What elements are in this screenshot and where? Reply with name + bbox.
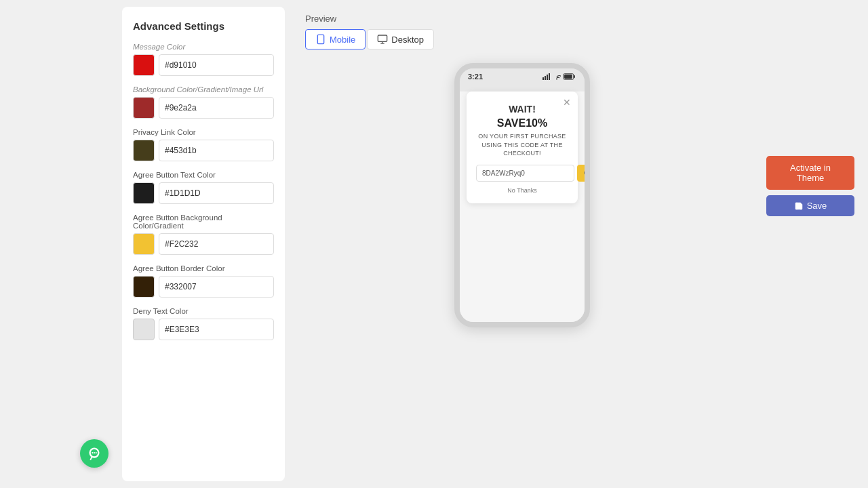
left-sidebar: [0, 0, 115, 488]
save-button[interactable]: Save: [766, 195, 854, 216]
color-field-message-color: Message Color: [133, 43, 274, 76]
popup-title: WAIT!: [476, 104, 568, 115]
desktop-icon: [377, 34, 388, 45]
color-text-3[interactable]: [159, 182, 274, 204]
color-swatch-4[interactable]: [133, 233, 155, 255]
wifi-icon: [553, 73, 561, 80]
preview-tabs: Mobile Desktop: [305, 29, 739, 49]
preview-panel: Preview Mobile Desktop: [292, 7, 753, 481]
settings-panel: Advanced Settings Message Color Backgrou…: [122, 7, 285, 481]
popup-modal: ✕ WAIT! SAVE10% ON YOUR FIRST PURCHASEUS…: [467, 92, 578, 203]
color-input-row-0: [133, 54, 274, 76]
popup-subtitle: ON YOUR FIRST PURCHASEUSING THIS CODE AT…: [476, 132, 568, 158]
color-field-agree-border: Agree Button Border Color: [133, 264, 274, 298]
color-text-6[interactable]: [159, 319, 274, 340]
right-sidebar: Activate in Theme Save: [753, 0, 868, 488]
settings-title: Advanced Settings: [133, 20, 274, 32]
field-label-agree-text: Agree Button Text Color: [133, 171, 274, 179]
save-disk-icon: [794, 201, 804, 211]
color-input-row-6: [133, 319, 274, 340]
svg-point-16: [96, 452, 97, 453]
signal-icon: [542, 73, 551, 80]
phone-icons: [542, 73, 576, 80]
svg-point-14: [92, 452, 93, 453]
battery-icon: [563, 73, 576, 80]
svg-rect-6: [545, 76, 546, 80]
svg-rect-11: [574, 75, 575, 78]
color-swatch-5[interactable]: [133, 276, 155, 298]
color-swatch-2[interactable]: [133, 140, 155, 161]
svg-point-15: [94, 452, 95, 453]
color-text-1[interactable]: [159, 97, 274, 119]
svg-rect-7: [547, 75, 548, 80]
image-url-label: Image Url: [230, 85, 264, 94]
popup-deny[interactable]: No Thanks: [476, 187, 568, 194]
chat-icon: [87, 446, 102, 461]
color-text-0[interactable]: [159, 54, 274, 76]
color-swatch-3[interactable]: [133, 182, 155, 204]
phone-mockup: 3:21: [454, 63, 590, 327]
color-input-row-5: [133, 276, 274, 298]
field-label-privacy-link: Privacy Link Color: [133, 128, 274, 136]
color-input-row-3: [133, 182, 274, 204]
color-input-row-2: [133, 140, 274, 161]
mobile-icon: [315, 34, 326, 45]
phone-time: 3:21: [468, 73, 483, 81]
field-label-message-color: Message Color: [133, 43, 274, 51]
field-label-bg-color: Background Color/Gradient/Image Url: [133, 85, 274, 94]
color-text-5[interactable]: [159, 276, 274, 298]
popup-close-icon[interactable]: ✕: [563, 97, 571, 108]
color-field-agree-text: Agree Button Text Color: [133, 171, 274, 204]
activate-theme-button[interactable]: Activate in Theme: [766, 156, 854, 190]
main-content: Advanced Settings Message Color Backgrou…: [115, 0, 753, 488]
svg-rect-8: [549, 73, 550, 80]
color-input-row-1: [133, 97, 274, 119]
popup-copy-button[interactable]: Copy: [577, 165, 590, 182]
phone-screen: ✕ WAIT! SAVE10% ON YOUR FIRST PURCHASEUS…: [460, 92, 585, 322]
popup-discount: SAVE10%: [476, 117, 568, 129]
tab-mobile-label: Mobile: [330, 35, 355, 45]
phone-status-bar: 3:21: [460, 68, 585, 83]
color-swatch-0[interactable]: [133, 54, 155, 76]
tab-desktop-label: Desktop: [391, 35, 424, 45]
color-text-2[interactable]: [159, 140, 274, 161]
color-input-row-4: [133, 233, 274, 255]
svg-rect-2: [378, 35, 387, 41]
popup-code-row: Copy: [476, 165, 568, 182]
svg-rect-5: [542, 77, 544, 80]
color-text-4[interactable]: [159, 233, 274, 255]
field-label-agree-bg: Agree Button Background Color/Gradient: [133, 214, 274, 230]
phone-container: 3:21: [305, 63, 739, 474]
chat-bubble[interactable]: [80, 439, 108, 468]
color-swatch-6[interactable]: [133, 319, 155, 340]
color-field-agree-bg: Agree Button Background Color/Gradient: [133, 214, 274, 255]
color-field-bg-color: Background Color/Gradient/Image Url: [133, 85, 274, 119]
preview-label: Preview: [305, 14, 739, 24]
field-label-agree-border: Agree Button Border Color: [133, 264, 274, 272]
color-swatch-1[interactable]: [133, 97, 155, 119]
popup-code-input[interactable]: [476, 165, 574, 182]
field-label-deny-text: Deny Text Color: [133, 307, 274, 315]
color-field-privacy-link: Privacy Link Color: [133, 128, 274, 161]
save-label: Save: [807, 201, 827, 211]
svg-point-9: [556, 79, 557, 80]
svg-rect-12: [564, 75, 572, 79]
tab-desktop[interactable]: Desktop: [367, 29, 434, 49]
svg-rect-0: [317, 35, 323, 43]
tab-mobile[interactable]: Mobile: [305, 29, 366, 49]
color-field-deny-text: Deny Text Color: [133, 307, 274, 340]
